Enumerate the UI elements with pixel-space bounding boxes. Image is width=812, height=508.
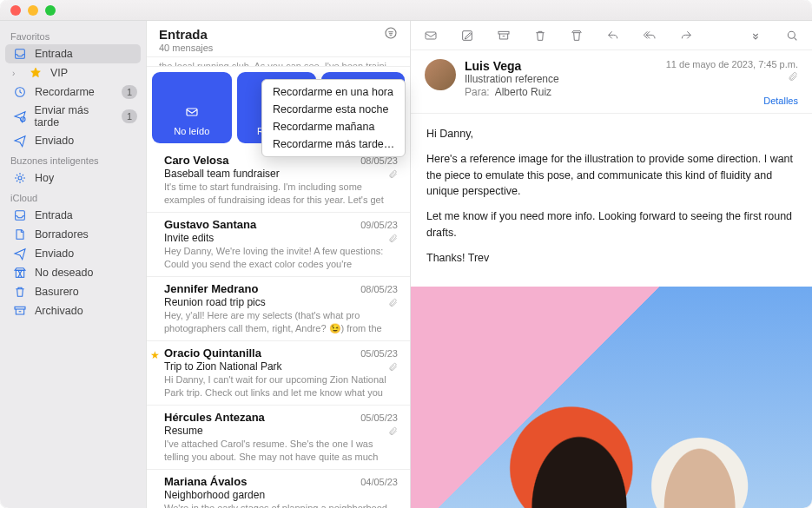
- archive-icon: [12, 304, 28, 318]
- sidebar-item-basurero[interactable]: Basurero: [0, 282, 146, 301]
- archive-icon[interactable]: [496, 28, 512, 43]
- message-subject: Resume: [164, 425, 398, 437]
- message-preview: It's time to start fundraising. I'm incl…: [164, 181, 398, 205]
- sidebar-item-vip[interactable]: ›VIP: [0, 63, 146, 82]
- sidebar-item-enviado[interactable]: Enviado: [0, 131, 146, 150]
- close-window-button[interactable]: [10, 5, 21, 16]
- sender-avatar[interactable]: [425, 59, 456, 90]
- to-recipient[interactable]: Alberto Ruiz: [495, 86, 551, 98]
- sidebar-item-no-deseado[interactable]: No deseado: [0, 263, 146, 282]
- details-link[interactable]: Detalles: [666, 96, 798, 106]
- svg-point-2: [18, 176, 22, 180]
- reply-all-icon[interactable]: [642, 28, 657, 43]
- compose-icon[interactable]: [459, 28, 475, 43]
- sidebar-item-label: Hoy: [35, 172, 54, 184]
- message-date: 09/05/23: [360, 220, 398, 230]
- sidebar-item-label: Entrada: [35, 48, 73, 60]
- forward-icon[interactable]: [678, 28, 694, 43]
- message-row[interactable]: Hércules Antezana05/05/23ResumeI've atta…: [147, 406, 410, 470]
- sidebar-section-header: Buzones inteligentes: [0, 150, 146, 168]
- message-sender: Jennifer Medrano: [164, 282, 258, 295]
- message-row[interactable]: Jennifer Medrano08/05/23Reunion road tri…: [147, 277, 410, 341]
- message-preview: I've attached Carol's resume. She's the …: [164, 438, 398, 462]
- unread-card[interactable]: No leído: [152, 72, 232, 143]
- body-paragraph: Here's a reference image for the illustr…: [426, 151, 796, 200]
- sidebar-item-label: Entrada: [35, 209, 73, 221]
- remind-context-menu: Recordarme en una horaRecordarme esta no…: [261, 79, 406, 157]
- mailbox-title: Entrada: [159, 27, 208, 42]
- minimize-window-button[interactable]: [28, 5, 38, 16]
- message-sender: Gustavo Santana: [164, 218, 256, 231]
- inbox-icon: [12, 208, 28, 222]
- trash-icon: [12, 285, 28, 299]
- sidebar-item-enviar-más-tarde[interactable]: Enviar más tarde1: [0, 102, 146, 131]
- message-preview: Hey Danny, We're loving the invite! A fe…: [164, 245, 398, 269]
- svg-point-11: [788, 31, 795, 38]
- sidebar-item-entrada[interactable]: Entrada: [0, 206, 146, 225]
- message-date: 05/05/23: [360, 348, 398, 359]
- envelope-icon: [185, 105, 199, 122]
- message-row[interactable]: Mariana Ávalos04/05/23Neighborhood garde…: [147, 470, 410, 508]
- chevron-right-icon: ›: [12, 69, 21, 78]
- sidebar-item-label: Archivado: [35, 305, 83, 317]
- message-date: 05/05/23: [360, 412, 398, 423]
- sidebar-item-hoy[interactable]: Hoy: [0, 168, 146, 188]
- reader-to: Para: Alberto Ruiz: [465, 86, 657, 98]
- sidebar-item-label: VIP: [50, 67, 68, 79]
- sent-icon: [12, 134, 28, 148]
- message-row[interactable]: Caro Velosa08/05/23Baseball team fundrai…: [147, 148, 410, 213]
- sidebar-item-archivado[interactable]: Archivado: [0, 301, 146, 320]
- more-icon[interactable]: [748, 28, 763, 43]
- message-date: 08/05/23: [360, 284, 398, 294]
- count-badge: 1: [122, 109, 137, 123]
- envelope-icon[interactable]: [423, 28, 439, 43]
- filter-icon[interactable]: [384, 26, 398, 43]
- reader-header: Luis Vega Illustration reference Para: A…: [411, 50, 812, 114]
- sidebar-item-borradores[interactable]: Borradores: [0, 225, 146, 244]
- message-subject: Invite edits: [164, 232, 398, 244]
- window-titlebar: [0, 0, 812, 21]
- zoom-window-button[interactable]: [45, 5, 56, 16]
- reply-icon[interactable]: [605, 28, 621, 43]
- reader-subject: Illustration reference: [465, 73, 657, 85]
- attachment-icon[interactable]: [666, 71, 798, 83]
- sidebar-item-recordarme[interactable]: Recordarme1: [0, 82, 146, 102]
- attachment-image[interactable]: [411, 287, 812, 508]
- sidebar-section-header: iCloud: [0, 188, 146, 206]
- clock-icon: [12, 85, 28, 99]
- context-menu-item[interactable]: Recordarme en una hora: [262, 83, 405, 101]
- attachment-icon: [388, 298, 398, 309]
- message-subject: Reunion road trip pics: [164, 296, 398, 308]
- sidebar-item-label: Enviado: [35, 135, 74, 147]
- message-date: 04/05/23: [360, 477, 398, 487]
- count-badge: 1: [122, 85, 137, 99]
- inbox-icon: [12, 47, 28, 61]
- message-sender: Caro Velosa: [164, 154, 228, 167]
- context-menu-item[interactable]: Recordarme mañana: [262, 118, 405, 135]
- message-preview: Hey, y'all! Here are my selects (that's …: [164, 309, 398, 333]
- svg-rect-8: [426, 32, 436, 39]
- context-menu-item[interactable]: Recordarme esta noche: [262, 101, 405, 118]
- sidebar-item-label: Recordarme: [35, 86, 95, 98]
- reader-from: Luis Vega: [465, 59, 657, 73]
- junk-icon[interactable]: [569, 28, 584, 43]
- trash-icon[interactable]: [532, 28, 548, 43]
- message-sender: Hércules Antezana: [164, 411, 265, 424]
- message-list-pane: Entrada 40 mensajes the local running cl…: [146, 21, 411, 508]
- message-row[interactable]: ★Oracio Quintanilla05/05/23Trip to Zion …: [147, 341, 410, 406]
- sidebar-item-enviado[interactable]: Enviado: [0, 244, 146, 263]
- sidebar-item-label: Basurero: [35, 286, 79, 298]
- sendlater-icon: [12, 109, 28, 123]
- mailbox-sidebar: FavoritosEntrada›VIPRecordarme1Enviar má…: [0, 21, 146, 508]
- context-menu-item[interactable]: Recordarme más tarde…: [262, 135, 405, 153]
- message-subject: Trip to Zion National Park: [164, 360, 398, 373]
- search-icon[interactable]: [784, 28, 800, 43]
- sidebar-item-entrada[interactable]: Entrada: [5, 44, 141, 63]
- message-row[interactable]: Gustavo Santana09/05/23Invite editsHey D…: [147, 213, 410, 277]
- message-subject: Neighborhood garden: [164, 489, 398, 501]
- sidebar-item-label: Enviado: [35, 247, 74, 260]
- sidebar-item-label: Borradores: [35, 228, 89, 241]
- message-subject: Baseball team fundraiser: [164, 168, 398, 180]
- sent-icon: [12, 247, 28, 261]
- flag-icon: ★: [150, 349, 160, 361]
